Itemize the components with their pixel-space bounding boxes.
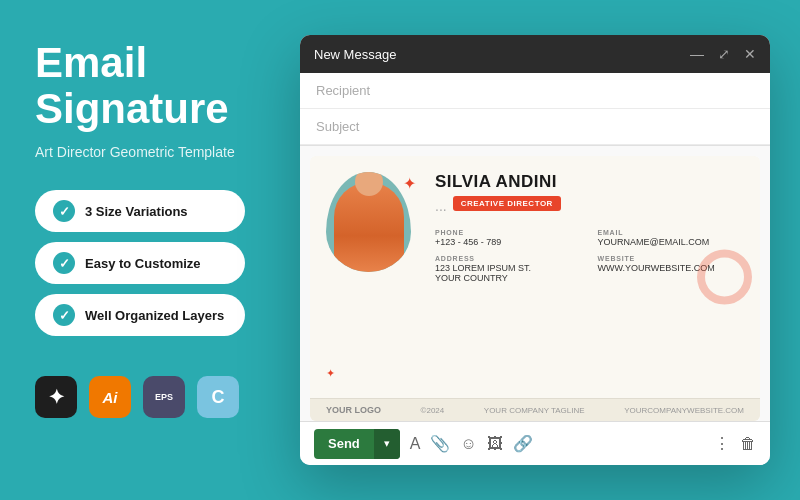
signature-name: SILVIA ANDINI: [435, 172, 744, 192]
feature-size-variations: 3 Size Variations: [35, 190, 245, 232]
star-decoration-2: ✦: [326, 367, 335, 380]
delete-icon[interactable]: 🗑: [740, 435, 756, 453]
signature-photo-area: ✦ ✦: [326, 172, 421, 388]
format-text-icon[interactable]: A: [410, 435, 421, 453]
compose-toolbar: Send ▾ A 📎 ☺ 🖼 🔗 ⋮ 🗑: [300, 421, 770, 465]
link-icon[interactable]: 🔗: [513, 434, 533, 453]
signature-footer: YOUR LOGO ©2024 YOUR COMPANY TAGLINE YOU…: [310, 398, 760, 421]
signature-card: ✦ ✦ SILVIA ANDINI ··· CREATIVE DIRECTOR …: [310, 156, 760, 421]
tool-icons: ✦ Ai EPS C: [35, 376, 275, 418]
recipient-field[interactable]: Recipient: [300, 73, 770, 109]
expand-button[interactable]: ⤢: [718, 46, 730, 62]
address-value: 123 LOREM IPSUM ST. YOUR COUNTRY: [435, 263, 582, 283]
main-title: Email Signature: [35, 40, 275, 132]
emoji-icon[interactable]: ☺: [460, 435, 476, 453]
footer-tagline: YOUR COMPANY TAGLINE: [484, 406, 585, 415]
send-button-group[interactable]: Send ▾: [314, 429, 400, 459]
decoration-circle: [697, 250, 752, 305]
right-panel: New Message — ⤢ ✕ Recipient Subject: [270, 0, 800, 500]
subtitle: Art Director Geometric Template: [35, 144, 275, 160]
send-dropdown-arrow[interactable]: ▾: [374, 429, 400, 459]
canva-icon: C: [197, 376, 239, 418]
person-illustration: [334, 182, 404, 272]
image-icon[interactable]: 🖼: [487, 435, 503, 453]
feature-label-3: Well Organized Layers: [85, 308, 224, 323]
address-label: ADDRESS: [435, 255, 582, 262]
footer-year: ©2024: [421, 406, 445, 415]
footer-website: YOURCOMPANYWEBSITE.COM: [624, 406, 744, 415]
close-button[interactable]: ✕: [744, 46, 756, 62]
subject-field[interactable]: Subject: [300, 109, 770, 145]
send-button[interactable]: Send: [314, 436, 374, 451]
contact-phone: PHONE +123 - 456 - 789: [435, 229, 582, 247]
email-body[interactable]: ✦ ✦ SILVIA ANDINI ··· CREATIVE DIRECTOR …: [300, 146, 770, 421]
email-window: New Message — ⤢ ✕ Recipient Subject: [300, 35, 770, 465]
email-titlebar: New Message — ⤢ ✕: [300, 35, 770, 73]
dots-separator: ···: [435, 201, 447, 217]
titlebar-label: New Message: [314, 47, 690, 62]
contact-email: EMAIL YOURNAME@EMAIL.COM: [598, 229, 745, 247]
signature-photo-bg: [326, 172, 411, 272]
signature-main: ✦ ✦ SILVIA ANDINI ··· CREATIVE DIRECTOR …: [310, 156, 760, 398]
check-icon-2: [53, 252, 75, 274]
signature-title-badge: CREATIVE DIRECTOR: [453, 196, 561, 211]
email-label: EMAIL: [598, 229, 745, 236]
recipient-placeholder: Recipient: [316, 83, 370, 98]
titlebar-controls: — ⤢ ✕: [690, 46, 756, 62]
left-panel: Email Signature Art Director Geometric T…: [0, 0, 310, 500]
feature-easy-customize: Easy to Customize: [35, 242, 245, 284]
eps-icon: EPS: [143, 376, 185, 418]
subject-placeholder: Subject: [316, 119, 359, 134]
feature-label-2: Easy to Customize: [85, 256, 201, 271]
minimize-button[interactable]: —: [690, 46, 704, 62]
illustrator-icon: Ai: [89, 376, 131, 418]
check-icon-3: [53, 304, 75, 326]
footer-logo: YOUR LOGO: [326, 405, 381, 415]
contact-address: ADDRESS 123 LOREM IPSUM ST. YOUR COUNTRY: [435, 255, 582, 283]
phone-label: PHONE: [435, 229, 582, 236]
feature-well-organized: Well Organized Layers: [35, 294, 245, 336]
check-icon-1: [53, 200, 75, 222]
more-options-icon[interactable]: ⋮: [714, 434, 730, 453]
phone-value: +123 - 456 - 789: [435, 237, 582, 247]
star-decoration-1: ✦: [403, 174, 416, 193]
feature-label-1: 3 Size Variations: [85, 204, 188, 219]
feature-list: 3 Size Variations Easy to Customize Well…: [35, 190, 275, 336]
person-head: [355, 172, 383, 196]
attach-icon[interactable]: 📎: [430, 434, 450, 453]
email-value: YOURNAME@EMAIL.COM: [598, 237, 745, 247]
figma-icon: ✦: [35, 376, 77, 418]
email-fields: Recipient Subject: [300, 73, 770, 146]
